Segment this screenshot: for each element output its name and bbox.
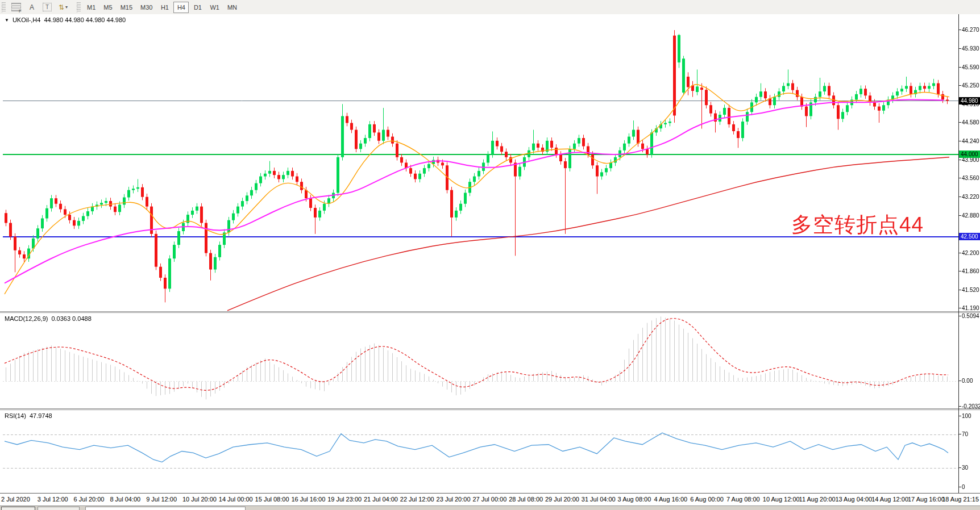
macd-values: 0.0363 0.0488 (51, 315, 91, 322)
timeframe-button-MN[interactable]: MN (224, 2, 240, 13)
toolbar: F A T ⇅ ▾ M1M5M15M30H1H4D1W1MN (0, 0, 980, 15)
rsi-axis-tick: 0 (962, 484, 965, 490)
price-tick: 45.250 (962, 82, 979, 89)
price-badge-44.000: 44.000 (959, 151, 980, 158)
price-tick: 43.560 (962, 175, 979, 181)
price-tick: 43.220 (962, 194, 979, 200)
macd-label: MACD(12,26,9) 0.0363 0.0488 (5, 315, 92, 322)
timeframe-button-M15[interactable]: M15 (117, 2, 136, 13)
price-tick: 44.580 (962, 119, 979, 126)
chart-ohlc-values: 44.980 44.980 44.980 44.980 (44, 16, 126, 23)
rsi-axis-tick: 30 (962, 465, 968, 471)
toolbar-grip (2, 2, 6, 12)
price-tick: 45.930 (962, 45, 979, 52)
price-tick: 45.590 (962, 64, 979, 70)
arrange-button[interactable]: ⇅ ▾ (56, 2, 70, 13)
terminal-window: F A T ⇅ ▾ M1M5M15M30H1H4D1W1MN ▼ UKOil-,… (0, 0, 980, 510)
price-tick: 42.880 (962, 212, 979, 219)
chart-tab[interactable] (85, 507, 246, 510)
rsi-value: 47.9748 (30, 412, 52, 419)
rsi-panel: RSI(14) 47.9748 (0, 410, 980, 493)
price-axis[interactable]: 46.27045.93045.59045.25044.91044.58044.2… (958, 14, 980, 493)
time-label: 7 Aug 08:00 (726, 496, 760, 503)
time-label: 13 Aug 04:00 (835, 496, 872, 503)
timeframe-button-W1[interactable]: W1 (206, 2, 223, 13)
time-label: 11 Aug 20:00 (799, 496, 836, 503)
arrange-arrows-icon: ⇅ (59, 3, 64, 11)
time-label: 14 Aug 12:00 (871, 496, 908, 503)
text-box-button[interactable]: T (40, 2, 55, 13)
timeframe-button-H4[interactable]: H4 (173, 2, 189, 13)
price-tick: 46.270 (962, 27, 979, 33)
time-label: 19 Jul 23:00 (327, 496, 362, 503)
letter-a-icon: A (30, 3, 34, 11)
macd-panel: MACD(12,26,9) 0.0363 0.0488 (0, 313, 980, 408)
price-tick: 41.860 (962, 268, 979, 274)
macd-canvas[interactable] (3, 313, 959, 408)
time-label: 14 Jul 00:00 (219, 496, 253, 503)
time-label: 3 Aug 08:00 (618, 496, 651, 503)
rsi-axis-tick: 70 (962, 431, 968, 437)
timeframe-button-M1[interactable]: M1 (84, 2, 99, 13)
rsi-label: RSI(14) 47.9748 (5, 412, 52, 419)
time-label: 23 Jul 20:00 (437, 496, 471, 503)
timeframe-button-H1[interactable]: H1 (157, 2, 172, 13)
time-label: 18 Aug 21:15 (942, 496, 979, 503)
time-label: 4 Aug 16:00 (654, 496, 687, 503)
price-badge-44.980: 44.980 (959, 97, 980, 104)
macd-axis-tick: 0.5094 (962, 313, 979, 319)
time-label: 10 Aug 12:00 (763, 496, 800, 503)
timeframe-button-M5[interactable]: M5 (100, 2, 115, 13)
text-box-icon: T (43, 3, 52, 11)
chart-tab[interactable] (38, 507, 80, 510)
timeframe-group: M1M5M15M30H1H4D1W1MN (83, 2, 241, 13)
time-label: 10 Jul 20:00 (182, 496, 217, 503)
price-tick: 42.200 (962, 250, 979, 256)
macd-axis-tick: -0.2032 (962, 403, 980, 409)
grid-icon: F (11, 3, 21, 11)
main-chart-panel: ▼ UKOil-,H4 44.980 44.980 44.980 44.980 … (0, 14, 980, 311)
price-tick: 44.240 (962, 138, 979, 144)
chart-tab[interactable] (1, 507, 35, 510)
time-label: 21 Jul 04:00 (364, 496, 398, 503)
rsi-axis-tick: 100 (962, 413, 971, 419)
price-chart-canvas[interactable] (3, 14, 959, 311)
time-label: 3 Jul 12:00 (38, 496, 68, 503)
time-label: 9 Jul 12:00 (146, 496, 177, 503)
time-label: 6 Aug 00:00 (690, 496, 724, 503)
chart-symbol-label: UKOil-,H4 (13, 16, 41, 23)
annotation-text[interactable]: 多空转折点44 (791, 211, 924, 239)
time-axis[interactable]: 2 Jul 20203 Jul 12:006 Jul 20:008 Jul 04… (0, 493, 980, 505)
text-label-button[interactable]: A (25, 2, 39, 13)
chart-tabs-bar (0, 505, 980, 510)
price-tick: 41.520 (962, 287, 979, 293)
rsi-canvas[interactable] (3, 410, 959, 493)
timeframe-button-D1[interactable]: D1 (190, 2, 205, 13)
time-label: 31 Jul 04:00 (582, 496, 616, 503)
timeframe-button-M30[interactable]: M30 (137, 2, 156, 13)
time-label: 22 Jul 12:00 (400, 496, 434, 503)
price-badge-42.500: 42.500 (959, 233, 980, 240)
time-label: 2 Jul 2020 (1, 496, 30, 503)
time-label: 8 Jul 04:00 (110, 496, 140, 503)
chevron-down-icon: ▾ (65, 5, 68, 10)
macd-axis-tick: 0.00 (962, 378, 973, 384)
toolbar-grip-2 (77, 2, 81, 12)
chart-title: ▼ UKOil-,H4 44.980 44.980 44.980 44.980 (5, 16, 126, 23)
symbol-grid-button[interactable]: F (9, 2, 24, 13)
time-label: 15 Jul 08:00 (255, 496, 289, 503)
time-label: 27 Jul 00:00 (472, 496, 506, 503)
time-label: 17 Aug 16:00 (908, 496, 945, 503)
time-label: 6 Jul 20:00 (74, 496, 105, 503)
time-label: 29 Jul 20:00 (545, 496, 579, 503)
price-tick: 41.190 (962, 305, 979, 311)
time-label: 28 Jul 08:00 (509, 496, 543, 503)
time-label: 16 Jul 16:00 (291, 496, 325, 503)
chart-dropdown-icon[interactable]: ▼ (5, 18, 9, 23)
